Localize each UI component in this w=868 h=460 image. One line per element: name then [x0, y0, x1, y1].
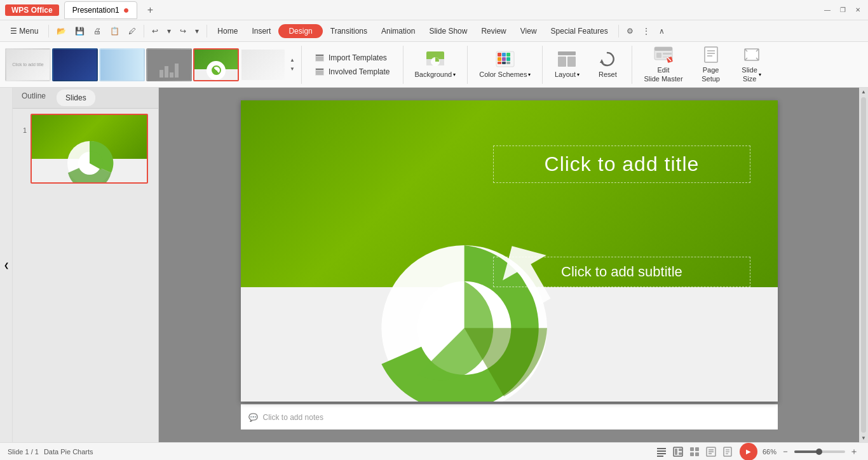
add-tab-button[interactable]: + — [142, 3, 158, 18]
lines-view-button[interactable] — [654, 445, 668, 459]
more-button[interactable]: ⋮ — [639, 25, 654, 37]
slide-size-button[interactable]: Slide Size ▾ — [733, 44, 771, 85]
slide-preview-1[interactable] — [31, 114, 148, 184]
undo-button[interactable]: ↩ — [148, 25, 162, 37]
scroll-thumb[interactable] — [861, 97, 866, 433]
menu-home[interactable]: Home — [211, 24, 244, 38]
template-thumb-2[interactable] — [52, 48, 98, 81]
subtitle-dashed-box: Click to add subtitle — [493, 257, 751, 287]
doc-tab[interactable]: Presentation1 ● — [64, 1, 138, 19]
template-thumb-6[interactable] — [240, 48, 286, 81]
template-thumb-1[interactable]: Click to add title — [5, 48, 51, 81]
minimize-button[interactable]: — — [822, 5, 832, 15]
outline-view-button[interactable] — [704, 445, 718, 459]
notes-area[interactable]: 💬 Click to add notes — [241, 404, 778, 430]
slide-canvas[interactable]: Click to add title Click to add subtitle — [241, 100, 778, 402]
status-bar: Slide 1 / 1 Data Pie Charts ▶ 66% — [0, 442, 868, 460]
collapse-button[interactable]: ∧ — [655, 25, 668, 37]
layout-button[interactable]: Layout ▾ — [548, 44, 586, 85]
zoom-slider[interactable] — [794, 450, 845, 453]
canvas-area[interactable]: Click to add title Click to add subtitle… — [159, 88, 859, 442]
scroll-up-arrow[interactable]: ▲ — [288, 57, 296, 64]
close-button[interactable]: ✕ — [853, 5, 863, 15]
svg-rect-44 — [657, 448, 666, 449]
edit-slide-master-button[interactable]: Edit Slide Master — [637, 44, 689, 85]
copy-button[interactable]: 📋 — [106, 25, 123, 37]
svg-rect-49 — [675, 449, 677, 455]
menu-bar: ☰ Menu 📂 💾 🖨 📋 🖊 ↩ ▾ ↪ ▾ Home Insert Des… — [0, 20, 868, 42]
scroll-down-button[interactable]: ▼ — [861, 435, 866, 441]
template-thumb-4[interactable] — [146, 48, 192, 81]
import-templates-button[interactable]: Import Templates — [312, 52, 393, 64]
redo-dropdown[interactable]: ▾ — [191, 25, 203, 37]
wps-logo[interactable]: WPS Office — [5, 4, 59, 16]
settings-button[interactable]: ⚙ — [623, 25, 637, 37]
grid-view-button[interactable] — [688, 445, 702, 459]
svg-rect-30 — [705, 47, 717, 62]
reading-view-button[interactable] — [721, 445, 735, 459]
normal-view-button[interactable] — [671, 445, 685, 459]
svg-rect-45 — [657, 450, 666, 452]
main-content: ❮ Outline Slides 1 — [0, 88, 868, 442]
menu-review[interactable]: Review — [475, 24, 512, 38]
color-schemes-button[interactable]: Color Schemes ▾ — [473, 44, 537, 85]
import-templates-icon — [315, 53, 325, 62]
play-slideshow-button[interactable]: ▶ — [740, 443, 757, 461]
format-button[interactable]: 🖊 — [125, 25, 140, 37]
zoom-out-button[interactable]: － — [779, 445, 792, 458]
slide-size-icon — [742, 46, 762, 64]
slide-list-item-1[interactable]: 1 — [18, 114, 153, 184]
svg-rect-12 — [506, 53, 510, 57]
zoom-in-button[interactable]: ＋ — [848, 445, 860, 458]
svg-rect-15 — [506, 57, 510, 61]
panel-tabs: Outline Slides — [13, 88, 158, 109]
menu-animation[interactable]: Animation — [375, 24, 421, 38]
svg-rect-54 — [690, 452, 694, 456]
reset-button[interactable]: Reset — [588, 44, 627, 85]
tab-slides[interactable]: Slides — [57, 90, 95, 106]
zoom-slider-thumb[interactable] — [816, 449, 822, 455]
reset-label: Reset — [599, 71, 617, 79]
status-bar-right: ▶ 66% － ＋ — [654, 443, 860, 461]
svg-rect-51 — [679, 452, 682, 455]
template-scroll: ▲ ▼ — [288, 57, 296, 73]
open-button[interactable]: 📂 — [53, 25, 70, 37]
right-scrollbar[interactable]: ▲ ▼ — [859, 88, 868, 442]
template-thumb-3[interactable] — [99, 48, 145, 81]
menu-transitions[interactable]: Transitions — [324, 24, 374, 38]
color-schemes-label: Color Schemes — [479, 71, 527, 79]
menu-special[interactable]: Special Features — [545, 24, 614, 38]
menu-view[interactable]: View — [514, 24, 543, 38]
modified-dot: ● — [123, 4, 130, 16]
menu-button[interactable]: ☰ Menu — [4, 24, 44, 38]
tab-outline[interactable]: Outline — [13, 88, 55, 108]
save-button[interactable]: 💾 — [71, 25, 88, 37]
undo-group: ↩ ▾ ↪ ▾ — [148, 25, 203, 37]
page-setup-button[interactable]: Page Setup — [692, 44, 730, 85]
scroll-up-button[interactable]: ▲ — [861, 89, 866, 95]
template-thumb-5[interactable] — [193, 48, 239, 81]
slides-list: 1 — [13, 109, 158, 442]
svg-rect-47 — [657, 456, 663, 457]
ribbon-sep-2 — [403, 46, 403, 84]
svg-rect-53 — [695, 447, 699, 451]
slide-subtitle-area[interactable]: Click to add subtitle — [493, 257, 751, 287]
divider-3 — [207, 25, 207, 37]
edit-slide-master-icon — [653, 46, 674, 64]
background-button[interactable]: Background ▾ — [409, 44, 463, 85]
maximize-button[interactable]: ❐ — [837, 5, 848, 15]
scroll-down-arrow[interactable]: ▼ — [288, 65, 296, 73]
slide-title-placeholder[interactable]: Click to add title — [506, 152, 738, 176]
undo-dropdown[interactable]: ▾ — [163, 25, 175, 37]
panel-toggle-button[interactable]: ❮ — [0, 88, 13, 442]
menu-insert[interactable]: Insert — [245, 24, 277, 38]
print-button[interactable]: 🖨 — [90, 25, 105, 37]
ribbon-sep-3 — [467, 46, 468, 84]
menu-design[interactable]: Design — [278, 24, 322, 38]
redo-button[interactable]: ↪ — [176, 25, 190, 37]
involved-template-button[interactable]: Involved Template — [312, 66, 393, 78]
slide-title-area[interactable]: Click to add title — [493, 145, 751, 183]
menu-slideshow[interactable]: Slide Show — [423, 24, 473, 38]
color-schemes-arrow: ▾ — [528, 72, 531, 78]
slide-subtitle-placeholder[interactable]: Click to add subtitle — [506, 264, 738, 280]
